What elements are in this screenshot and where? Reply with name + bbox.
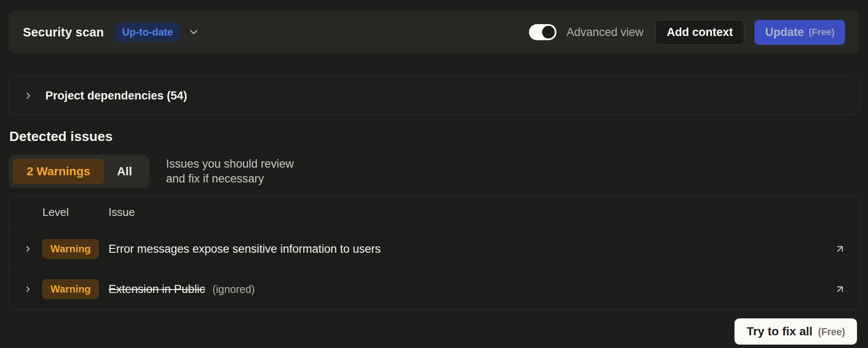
security-scan-page: Security scan Up-to-date Advanced view A… [0,0,868,348]
page-title: Security scan [23,25,104,39]
status-badge: Up-to-date [115,22,180,42]
ignored-label: (ignored) [212,283,255,296]
project-dependencies-row[interactable]: Project dependencies (54) [8,76,860,115]
row-expand-button[interactable] [20,244,36,254]
tab-all[interactable]: All [104,159,145,184]
tab-warnings[interactable]: 2 Warnings [13,159,104,184]
update-free-suffix: (Free) [809,27,835,38]
header-expand-button[interactable] [188,26,200,38]
arrow-up-right-icon [835,243,846,254]
update-button[interactable]: Update (Free) [754,20,845,45]
issue-cell: Extension in Public (ignored) [108,283,826,296]
chevron-right-icon [23,244,33,254]
header-actions: Advanced view Add context Update (Free) [529,20,845,45]
issues-table-header: Level Issue [9,196,859,229]
fix-all-free-suffix: (Free) [818,326,845,338]
warning-level-badge: Warning [42,279,99,299]
add-context-button[interactable]: Add context [655,20,744,45]
column-header-issue: Issue [108,206,826,219]
issues-tab-group: 2 Warnings All [8,155,149,188]
issues-description-line1: Issues you should review [166,157,294,171]
footer: Try to fix all (Free) [8,318,860,345]
table-row[interactable]: Warning Extension in Public (ignored) [9,269,859,309]
header-bar: Security scan Up-to-date Advanced view A… [8,11,860,54]
header-left: Security scan Up-to-date [23,22,200,42]
issues-description: Issues you should review and fix if nece… [166,157,294,186]
issue-title: Error messages expose sensitive informat… [108,243,381,256]
advanced-view-toggle[interactable] [529,24,556,40]
issue-cell: Error messages expose sensitive informat… [108,243,826,256]
chevron-down-icon [188,26,200,38]
open-issue-button[interactable] [832,243,848,254]
update-label: Update [765,26,804,39]
arrow-up-right-icon [835,284,846,295]
project-dependencies-label: Project dependencies (54) [45,89,187,102]
issues-filter-row: 2 Warnings All Issues you should review … [8,155,860,188]
chevron-right-icon [23,284,33,294]
issues-table: Level Issue Warning Error messages expos… [8,196,860,309]
warning-level-badge: Warning [42,239,99,259]
issue-title: Extension in Public [108,283,205,296]
fix-all-label: Try to fix all [746,325,812,338]
advanced-view-label: Advanced view [567,26,644,39]
detected-issues-heading: Detected issues [9,129,860,144]
try-to-fix-all-button[interactable]: Try to fix all (Free) [734,318,857,345]
column-header-level: Level [42,206,102,219]
table-row[interactable]: Warning Error messages expose sensitive … [9,229,859,269]
toggle-knob [542,26,555,39]
row-expand-button[interactable] [20,284,36,294]
issues-description-line2: and fix if necessary [166,171,294,186]
add-context-label: Add context [667,26,733,39]
open-issue-button[interactable] [832,284,848,295]
chevron-right-icon [23,91,33,101]
